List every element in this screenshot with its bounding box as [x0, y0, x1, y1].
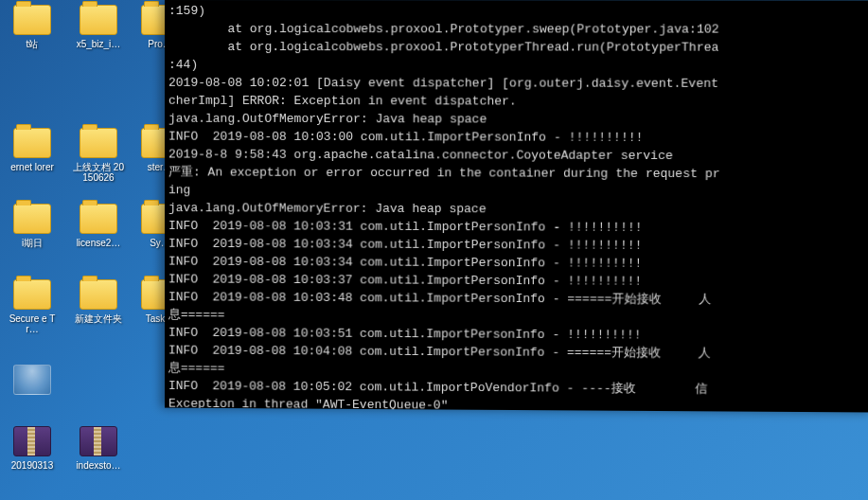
desktop-icon-1[interactable]: x5_biz_i… — [71, 5, 126, 49]
folder-icon — [13, 279, 51, 310]
console-line: 严重: An exception or error occurred in th… — [168, 163, 868, 183]
folder-icon — [80, 279, 117, 310]
desktop-icon-7[interactable]: license2… — [71, 204, 126, 248]
recycle-bin-icon — [13, 365, 51, 395]
folder-icon — [13, 204, 51, 234]
console-line: :159) — [168, 2, 868, 21]
console-line: 2019-8-8 9:58:43 org.apache.catalina.con… — [168, 146, 868, 166]
desktop-icon-9[interactable]: Secure e Tr… — [5, 279, 60, 334]
desktop-icon-13[interactable]: 20190313 — [5, 426, 60, 471]
console-line: 2019-08-08 10:02:01 [Daisy event dispatc… — [168, 74, 868, 93]
command-prompt-window[interactable]: :159) at org.logicalcobwebs.proxool.Prot… — [165, 0, 868, 413]
folder-icon — [80, 5, 117, 35]
desktop-icon-4[interactable]: 上线文档 20150626 — [71, 128, 126, 183]
desktop-icon-label: 20190313 — [5, 460, 60, 471]
windows-desktop: t站x5_biz_i…Pro…ernet lorer上线文档 20150626s… — [0, 0, 868, 500]
desktop-icon-label: x5_biz_i… — [71, 39, 126, 49]
desktop-icon-label: license2… — [71, 238, 126, 248]
desktop-icon-label: indexsto… — [71, 460, 126, 471]
folder-icon — [80, 128, 117, 158]
console-line: :44) — [168, 56, 868, 75]
desktop-icon-10[interactable]: 新建文件夹 — [71, 279, 126, 324]
desktop-icon-label: Secure e Tr… — [5, 313, 60, 334]
folder-icon — [13, 5, 51, 35]
desktop-icon-3[interactable]: ernet lorer — [5, 128, 60, 172]
desktop-icon-12[interactable] — [5, 365, 60, 399]
desktop-icon-14[interactable]: indexsto… — [71, 426, 126, 471]
desktop-icon-label: ernet lorer — [5, 162, 60, 172]
console-line: cherImpl] ERROR: Exception in event disp… — [168, 92, 868, 112]
rar-archive-icon — [13, 426, 51, 456]
desktop-icon-label: 新建文件夹 — [71, 313, 126, 324]
console-line: at org.logicalcobwebs.proxool.Prototyper… — [168, 20, 868, 39]
desktop-icon-label: i期日 — [5, 238, 60, 248]
console-line: at org.logicalcobwebs.proxool.Prototyper… — [168, 38, 868, 57]
folder-icon — [80, 204, 117, 234]
desktop-icon-6[interactable]: i期日 — [5, 204, 60, 248]
desktop-icon-label: t站 — [5, 39, 60, 49]
console-line: INFO 2019-08-08 10:03:00 com.util.Import… — [168, 128, 868, 148]
desktop-icon-label: 上线文档 20150626 — [71, 162, 126, 183]
folder-icon — [13, 128, 51, 158]
console-line: java.lang.OutOfMemoryError: Java heap sp… — [168, 110, 868, 130]
desktop-icon-0[interactable]: t站 — [5, 5, 60, 49]
console-line: ing — [168, 181, 868, 201]
rar-archive-icon — [80, 426, 117, 456]
console-line: INFO 2019-08-08 10:03:48 com.util.Import… — [168, 288, 868, 310]
